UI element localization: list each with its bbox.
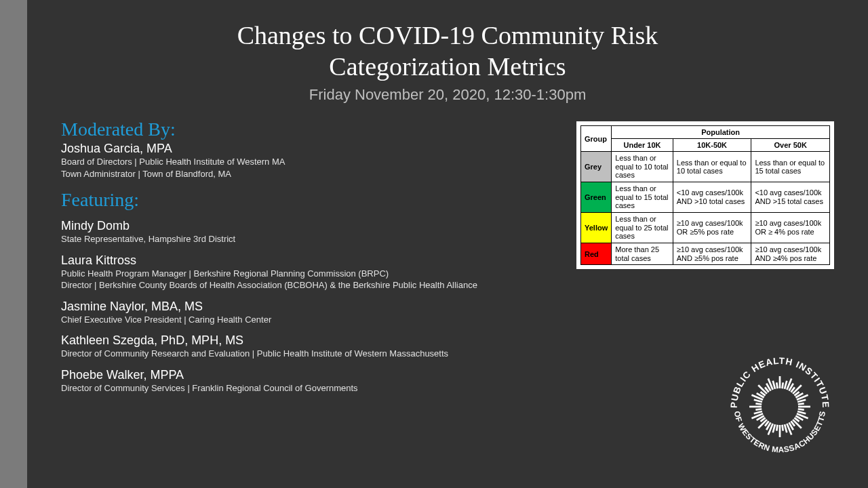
group-cell: Grey	[581, 152, 612, 182]
table-cell: <10 avg cases/100k AND >15 total cases	[751, 182, 830, 213]
speaker-role: Director of Community Services | Frankli…	[61, 382, 556, 394]
speakers-list: Mindy DombState Representative, Hampshir…	[61, 219, 556, 394]
speaker-role: Director of Community Research and Evalu…	[61, 348, 556, 360]
moderator-name: Joshua Garcia, MPA	[61, 142, 556, 156]
svg-line-25	[755, 403, 762, 404]
slide-title: Changes to COVID-19 Community Risk Categ…	[61, 20, 834, 82]
table-row: GreyLess than or equal to 10 total cases…	[581, 152, 830, 182]
group-cell: Red	[581, 243, 612, 264]
table-cell: Less than or equal to 25 total cases	[612, 213, 673, 243]
table-cell: ≥10 avg cases/100k AND ≥4% pos rate	[751, 243, 830, 264]
table-cell: ≥10 avg cases/100k OR ≥5% pos rate	[673, 213, 751, 243]
speaker-name: Kathleen Szegda, PhD, MPH, MS	[61, 333, 556, 348]
svg-line-37	[783, 382, 783, 388]
group-header: Group	[581, 126, 612, 152]
risk-table: Group Population Under 10K10K-50KOver 50…	[580, 125, 830, 265]
table-cell: ≥10 avg cases/100k OR ≥ 4% pos rate	[751, 213, 830, 243]
title-line-1: Changes to COVID-19 Community Risk	[237, 21, 658, 49]
left-accent-bar	[0, 0, 27, 488]
svg-line-1	[798, 409, 804, 410]
speaker-name: Laura Kittross	[61, 253, 556, 268]
featuring-header: Featuring:	[61, 189, 556, 211]
table-cell: Less than or equal to 10 total cases	[612, 152, 673, 182]
moderated-by-header: Moderated By:	[61, 119, 556, 140]
speaker-role: Public Health Program Manager | Berkshir…	[61, 268, 556, 280]
table-row: RedMore than 25 total cases≥10 avg cases…	[581, 243, 830, 264]
speaker-name: Jasmine Naylor, MBA, MS	[61, 300, 556, 314]
svg-line-35	[776, 382, 777, 388]
table-row: YellowLess than or equal to 25 total cas…	[581, 213, 830, 243]
group-cell: Yellow	[581, 213, 612, 243]
speaker-name: Mindy Domb	[61, 219, 556, 233]
svg-line-46	[797, 400, 806, 402]
svg-line-2	[797, 411, 806, 413]
table-cell: ≥10 avg cases/100k AND ≥5% pos rate	[673, 243, 751, 264]
slide-content: Changes to COVID-19 Community Risk Categ…	[27, 0, 868, 488]
moderator-role-2: Town Administrator | Town of Blandford, …	[61, 168, 556, 180]
table-cell: Less than or equal to 15 total cases	[751, 152, 830, 182]
title-line-2: Categorization Metrics	[329, 52, 566, 81]
table-col-header: Under 10K	[612, 139, 673, 152]
svg-line-13	[776, 425, 777, 431]
svg-line-11	[783, 425, 783, 431]
svg-line-14	[773, 424, 775, 432]
svg-line-22	[754, 411, 762, 413]
population-header: Population	[612, 126, 830, 139]
svg-line-23	[755, 409, 762, 410]
table-cell: <10 avg cases/100k AND >10 total cases	[673, 182, 751, 213]
svg-line-38	[785, 381, 787, 389]
table-cell: Less than or equal to 10 total cases	[673, 152, 751, 182]
featuring-block: Featuring: Mindy DombState Representativ…	[61, 189, 556, 394]
svg-line-26	[754, 400, 762, 402]
slide-subtitle: Friday November 20, 2020, 12:30-1:30pm	[61, 86, 834, 104]
speaker-role: Director | Berkshire County Boards of He…	[61, 279, 556, 291]
phi-logo: PUBLIC HEALTH INSTITUTE OF WESTERN MASSA…	[719, 346, 841, 468]
table-cell: More than 25 total cases	[612, 243, 673, 264]
speaker-name: Phoebe Walker, MPPA	[61, 368, 556, 382]
svg-line-10	[785, 424, 787, 432]
main-row: Moderated By: Joshua Garcia, MPA Board o…	[61, 117, 834, 394]
table-row: GreenLess than or equal to 15 total case…	[581, 182, 830, 213]
table-col-header: 10K-50K	[673, 139, 751, 152]
speaker-role: Chief Executive Vice President | Caring …	[61, 314, 556, 326]
table-cell: Less than or equal to 15 total cases	[612, 182, 673, 213]
risk-table-wrap: Group Population Under 10K10K-50KOver 50…	[576, 121, 834, 269]
table-col-header: Over 50K	[751, 139, 830, 152]
group-cell: Green	[581, 182, 612, 213]
svg-line-47	[798, 403, 804, 404]
speaker-role: State Representative, Hampshire 3rd Dist…	[61, 233, 556, 245]
moderator-role-1: Board of Directors | Public Health Insti…	[61, 156, 556, 168]
svg-line-34	[773, 381, 775, 389]
speakers-column: Moderated By: Joshua Garcia, MPA Board o…	[61, 117, 556, 394]
